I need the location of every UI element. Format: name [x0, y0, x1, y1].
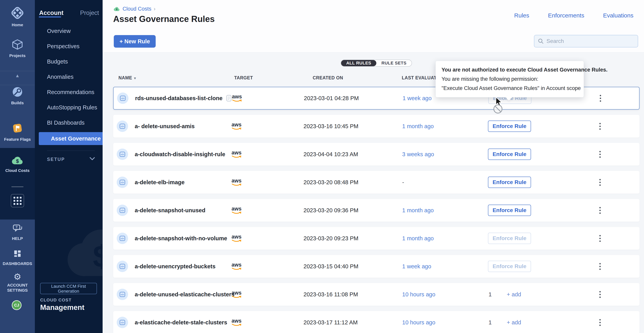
kebab-menu-icon[interactable] — [596, 120, 604, 132]
sidebar-item-asset-governance[interactable]: Asset Governance — [39, 132, 102, 145]
last-evaluated-value[interactable]: 1 month ago — [402, 115, 434, 138]
rail-item-projects[interactable]: Projects — [0, 38, 35, 58]
sidebar-item-perspectives[interactable]: Perspectives — [35, 40, 102, 53]
aws-logo-icon: aws — [230, 318, 243, 327]
last-evaluated-value[interactable]: 10 hours ago — [402, 283, 435, 306]
rail-label-cloud-costs: Cloud Costs — [0, 168, 35, 173]
rail-item-feature-flags[interactable]: Feature Flags — [0, 122, 35, 142]
harness-app-window: Home Projects ▲ Builds — [0, 0, 644, 333]
enforce-rule-button[interactable]: Enforce Rule — [488, 177, 531, 188]
enforce-rule-button[interactable]: Enforce Rule — [488, 261, 531, 272]
module-selector-button[interactable] — [11, 194, 24, 207]
last-evaluated-value[interactable]: 1 week ago — [402, 255, 431, 278]
table-row[interactable]: </> a- delete-unused-amis aws 2023-03-16… — [113, 115, 640, 138]
builds-ci-icon — [11, 86, 24, 98]
chevron-down-icon — [90, 157, 95, 160]
svg-text:aws: aws — [232, 122, 242, 128]
sidebar-item-recommendations[interactable]: Recommendations — [35, 86, 102, 99]
svg-text:?: ? — [16, 225, 18, 229]
rule-name-text: a-delete-snapshot-with-no-volume — [135, 235, 227, 242]
toggle-all-rules[interactable]: ALL RULES — [341, 60, 376, 66]
launch-ccm-first-gen-button[interactable]: Launch CCM First Generation — [40, 283, 97, 294]
last-evaluated-value[interactable]: 1 month ago — [402, 199, 434, 222]
target-aws-logo: aws — [230, 227, 243, 250]
rail-item-builds[interactable]: Builds — [0, 86, 35, 105]
created-on-value: 2023-03-16 10:45 PM — [304, 115, 358, 138]
rule-icon: </> — [117, 149, 128, 160]
rail-item-dashboards[interactable]: DASHBOARDS — [0, 248, 35, 266]
rule-name: a-delete-snapshot-with-no-volume — [135, 227, 227, 250]
created-on-value: 2023-03-15 04:40 PM — [304, 255, 358, 278]
kebab-menu-icon[interactable] — [596, 316, 604, 328]
toggle-rule-sets[interactable]: RULE SETS — [376, 60, 412, 66]
sidebar-item-anomalies[interactable]: Anomalies — [35, 70, 102, 83]
rail-item-help[interactable]: ? HELP — [0, 224, 35, 241]
aws-logo-icon: aws — [230, 290, 243, 299]
rule-glyph: </> — [119, 207, 126, 214]
kebab-menu-icon[interactable] — [596, 148, 604, 160]
svg-text:aws: aws — [232, 234, 242, 240]
rail-collapse-arrow-icon[interactable]: ▲ — [0, 73, 35, 78]
kebab-menu-icon[interactable] — [596, 232, 604, 244]
rule-name: a- delete-unused-amis — [135, 115, 195, 138]
target-aws-logo: aws — [230, 311, 243, 333]
new-rule-button[interactable]: + New Rule — [114, 35, 156, 48]
svg-text:</>: </> — [121, 293, 124, 296]
created-on-value: 2023-03-20 09:36 PM — [304, 199, 358, 222]
active-tab-underline — [39, 17, 61, 18]
rail-item-cloud-costs[interactable]: $ Cloud Costs — [0, 155, 35, 173]
rule-glyph: </> — [119, 235, 126, 242]
search-input[interactable] — [546, 38, 634, 44]
svg-text:$: $ — [116, 8, 118, 11]
sidebar-watermark-cloud-icon: $ — [60, 212, 102, 294]
enforce-rule-button[interactable]: Enforce Rule — [488, 149, 531, 160]
svg-text:</>: </> — [121, 125, 124, 128]
tab-project[interactable]: Project — [80, 10, 99, 17]
last-evaluated-value[interactable]: 1 month ago — [402, 227, 434, 250]
rail-item-account-settings[interactable]: ⚙ ACCOUNT SETTINGS — [0, 272, 35, 293]
kebab-menu-icon[interactable] — [596, 260, 604, 272]
rule-name: a-elasticache-delete-stale-clusters — [135, 311, 227, 333]
last-evaluated-value[interactable]: 10 hours ago — [402, 311, 435, 333]
user-avatar[interactable]: CJ — [12, 300, 22, 310]
sidebar-item-bi-dashboards[interactable]: BI Dashboards — [35, 116, 102, 129]
rail-label-help: HELP — [0, 236, 35, 241]
add-enforcement-link[interactable]: + add — [507, 283, 521, 306]
column-header-created[interactable]: CREATED ON — [313, 75, 343, 81]
sidebar-setup-toggle[interactable]: SETUP — [47, 157, 95, 162]
table-row[interactable]: </> a-elasticache-delete-stale-clusters … — [113, 311, 640, 333]
last-evaluated-value[interactable]: 1 week ago — [402, 87, 432, 109]
add-enforcement-link[interactable]: + add — [507, 311, 521, 333]
table-row[interactable]: </> a-cloudwatch-disable-insight-rule aw… — [113, 143, 640, 166]
table-row[interactable]: </> a-delete-unused-elasticache-clusters… — [113, 283, 640, 306]
table-row[interactable]: </> a-delete-snapshot-unused aws 2023-03… — [113, 199, 640, 222]
enforce-rule-button[interactable]: Enforce Rule — [488, 121, 531, 132]
kebab-menu-icon[interactable] — [596, 92, 605, 104]
nav-link-evaluations[interactable]: Evaluations — [603, 12, 634, 19]
nav-link-enforcements[interactable]: Enforcements — [548, 12, 584, 19]
enforce-rule-button[interactable]: Enforce Rule — [488, 205, 531, 216]
sidebar-item-overview[interactable]: Overview — [35, 25, 102, 38]
kebab-menu-icon[interactable] — [596, 204, 604, 216]
rail-resize-handle[interactable] — [11, 186, 24, 187]
created-on-value: 2023-03-17 11:12 AM — [304, 311, 358, 333]
kebab-menu-icon[interactable] — [596, 288, 604, 300]
rail-item-home[interactable]: Home — [0, 6, 35, 28]
breadcrumb-cloud-costs-link[interactable]: Cloud Costs — [122, 6, 151, 12]
rule-name: a-delete-unused-elasticache-clusters — [135, 283, 234, 306]
kebab-menu-icon[interactable] — [596, 176, 604, 188]
table-row[interactable]: </> a-delete-unencrypted-buckets aws 202… — [113, 255, 640, 278]
tab-account[interactable]: Account — [39, 10, 64, 17]
last-evaluated-value[interactable]: 3 weeks ago — [402, 143, 434, 166]
search-icon — [538, 38, 544, 44]
nav-link-rules[interactable]: Rules — [514, 12, 529, 19]
rules-nav: Rules Enforcements Evaluations — [514, 12, 634, 19]
table-row[interactable]: </> a-delete-elb-image aws 2023-03-20 08… — [113, 171, 640, 194]
target-aws-logo: aws — [230, 283, 243, 306]
column-header-name[interactable]: NAME▾ — [118, 75, 136, 81]
column-header-target[interactable]: TARGET — [234, 75, 253, 81]
enforce-rule-button[interactable]: Enforce Rule — [488, 233, 531, 244]
sidebar-item-autostopping-rules[interactable]: AutoStopping Rules — [35, 101, 102, 114]
table-row[interactable]: </> a-delete-snapshot-with-no-volume aws… — [113, 227, 640, 250]
sidebar-item-budgets[interactable]: Budgets — [35, 55, 102, 68]
